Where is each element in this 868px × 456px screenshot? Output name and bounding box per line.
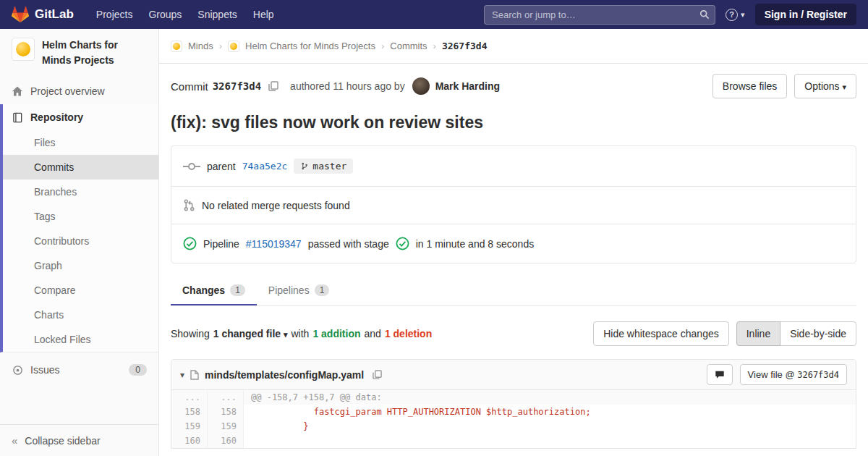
- new-line-number[interactable]: 158: [208, 405, 244, 419]
- hunk-old-line: ...: [171, 390, 208, 405]
- stage-status-icon[interactable]: [396, 237, 409, 250]
- with-label: with: [291, 328, 309, 339]
- pipeline-label: Pipeline: [203, 238, 239, 250]
- pipeline-id-link[interactable]: #115019347: [246, 238, 302, 250]
- authored-text: authored 11 hours ago by: [290, 80, 405, 92]
- project-title: Helm Charts for Minds Projects: [42, 38, 143, 68]
- new-line-number[interactable]: 159: [208, 419, 244, 434]
- menu-snippets[interactable]: Snippets: [190, 0, 244, 29]
- parent-row: parent 74aa5e2c master: [171, 146, 856, 187]
- project-context[interactable]: Helm Charts for Minds Projects: [0, 29, 158, 78]
- pipeline-status-icon: [183, 237, 197, 250]
- chevron-down-icon: ▾: [284, 330, 288, 339]
- code-line: [244, 434, 856, 448]
- old-line-number[interactable]: 158: [171, 405, 208, 419]
- collapse-sidebar-label: Collapse sidebar: [25, 435, 100, 447]
- sidebar-item-label: Project overview: [30, 85, 105, 97]
- sidebar-item-project-overview[interactable]: Project overview: [0, 78, 158, 104]
- sidebar-item-contributors[interactable]: Contributors: [3, 229, 158, 253]
- breadcrumb-group[interactable]: Minds: [188, 41, 213, 51]
- project-sidebar: Helm Charts for Minds Projects Project o…: [0, 29, 159, 456]
- side-by-side-view-button[interactable]: Side-by-side: [780, 321, 856, 346]
- issues-count-badge: 0: [129, 364, 147, 376]
- sidebar-item-issues[interactable]: Issues 0: [0, 357, 158, 383]
- code-line: fastcgi_param HTTP_AUTHORIZATION $http_a…: [244, 405, 856, 419]
- menu-projects[interactable]: Projects: [88, 0, 141, 29]
- commit-header: Commit 3267f3d4 authored 11 hours ago by…: [171, 74, 856, 98]
- diff-line-row: 158 158 fastcgi_param HTTP_AUTHORIZATION…: [171, 405, 856, 419]
- sidebar-item-branches[interactable]: Branches: [3, 180, 158, 204]
- diff-line-row: 159 159 }: [171, 419, 856, 434]
- showing-label: Showing: [171, 328, 210, 339]
- menu-help[interactable]: Help: [245, 0, 282, 29]
- hunk-header: @@ -158,7 +158,7 @@ data:: [244, 390, 856, 405]
- tab-changes[interactable]: Changes 1: [171, 275, 257, 305]
- gitlab-logo[interactable]: GitLab: [12, 6, 74, 23]
- breadcrumb-separator: ›: [219, 41, 222, 51]
- main-content: Minds › Helm Charts for Minds Projects ›…: [159, 29, 868, 456]
- author-name[interactable]: Mark Harding: [435, 80, 500, 92]
- commit-title: (fix): svg files now work on review site…: [171, 113, 856, 132]
- copy-path-button[interactable]: [370, 368, 385, 381]
- sidebar-item-locked-files[interactable]: Locked Files: [3, 327, 158, 352]
- help-icon: ?: [726, 9, 738, 21]
- changes-count-badge: 1: [230, 284, 245, 296]
- branch-badge[interactable]: master: [294, 159, 353, 174]
- sidebar-item-charts[interactable]: Charts: [3, 303, 158, 327]
- hide-whitespace-button[interactable]: Hide whitespace changes: [593, 321, 729, 346]
- pipelines-count-badge: 1: [315, 284, 330, 296]
- sidebar-item-compare[interactable]: Compare: [3, 278, 158, 303]
- home-icon: [12, 85, 23, 97]
- old-line-number[interactable]: 159: [171, 419, 208, 434]
- sidebar-item-label: Repository: [30, 111, 83, 123]
- breadcrumb-project[interactable]: Helm Charts for Minds Projects: [245, 41, 375, 51]
- diff-summary: Showing 1 changed file ▾ with 1 addition…: [171, 321, 856, 346]
- search-input[interactable]: [484, 5, 715, 25]
- merge-request-row: No related merge requests found: [171, 187, 856, 224]
- diff-table: ... ... @@ -158,7 +158,7 @@ data: 158 15…: [171, 390, 856, 448]
- collapse-diff-icon[interactable]: ▾: [180, 370, 184, 380]
- minds-group-avatar: [171, 41, 182, 52]
- diff-filename[interactable]: minds/templates/configMap.yaml: [205, 369, 364, 381]
- changed-files-dropdown[interactable]: 1 changed file ▾: [213, 328, 288, 339]
- project-avatar: [12, 38, 35, 61]
- sidebar-item-tags[interactable]: Tags: [3, 204, 158, 229]
- old-line-number[interactable]: 160: [171, 434, 208, 448]
- author-avatar[interactable]: [412, 77, 430, 95]
- breadcrumb-commits[interactable]: Commits: [390, 41, 427, 51]
- inline-view-button[interactable]: Inline: [736, 321, 780, 346]
- options-dropdown-button[interactable]: Options ▾: [794, 74, 856, 98]
- sidebar-item-files[interactable]: Files: [3, 130, 158, 155]
- tab-pipelines[interactable]: Pipelines 1: [257, 275, 341, 305]
- browse-files-button[interactable]: Browse files: [712, 74, 787, 98]
- collapse-sidebar-button[interactable]: « Collapse sidebar: [0, 424, 158, 456]
- commit-label: Commit: [171, 80, 208, 93]
- menu-groups[interactable]: Groups: [140, 0, 190, 29]
- comment-icon: [715, 370, 725, 379]
- code-line: }: [244, 419, 856, 434]
- issues-icon: [12, 365, 23, 376]
- file-icon: [190, 370, 199, 380]
- help-dropdown[interactable]: ? ▾: [726, 9, 745, 21]
- new-line-number[interactable]: 160: [208, 434, 244, 448]
- tanuki-icon: [12, 6, 29, 23]
- parent-sha-link[interactable]: 74aa5e2c: [242, 161, 288, 172]
- sidebar-item-repository[interactable]: Repository: [3, 104, 158, 130]
- diff-file-header: ▾ minds/templates/configMap.yaml View f: [171, 360, 856, 390]
- diff-view-toggle: Inline Side-by-side: [736, 321, 856, 346]
- repository-section: Repository Files Commits Branches Tags C…: [0, 104, 158, 352]
- sidebar-item-graph[interactable]: Graph: [3, 253, 158, 278]
- sign-in-button[interactable]: Sign in / Register: [755, 4, 856, 25]
- comment-button[interactable]: [707, 364, 733, 385]
- branch-name: master: [312, 161, 346, 172]
- merge-request-icon: [183, 199, 195, 211]
- breadcrumb: Minds › Helm Charts for Minds Projects ›…: [159, 29, 868, 64]
- sidebar-item-commits[interactable]: Commits: [3, 155, 158, 180]
- pipeline-status-text: passed with stage: [308, 238, 389, 250]
- view-file-button[interactable]: View file @ 3267f3d4: [740, 364, 847, 385]
- chevron-down-icon: ▾: [842, 83, 846, 91]
- copy-sha-button[interactable]: [265, 80, 281, 93]
- double-chevron-left-icon: «: [12, 434, 17, 447]
- search-icon[interactable]: [699, 9, 710, 22]
- diff-hunk-row: ... ... @@ -158,7 +158,7 @@ data:: [171, 390, 856, 405]
